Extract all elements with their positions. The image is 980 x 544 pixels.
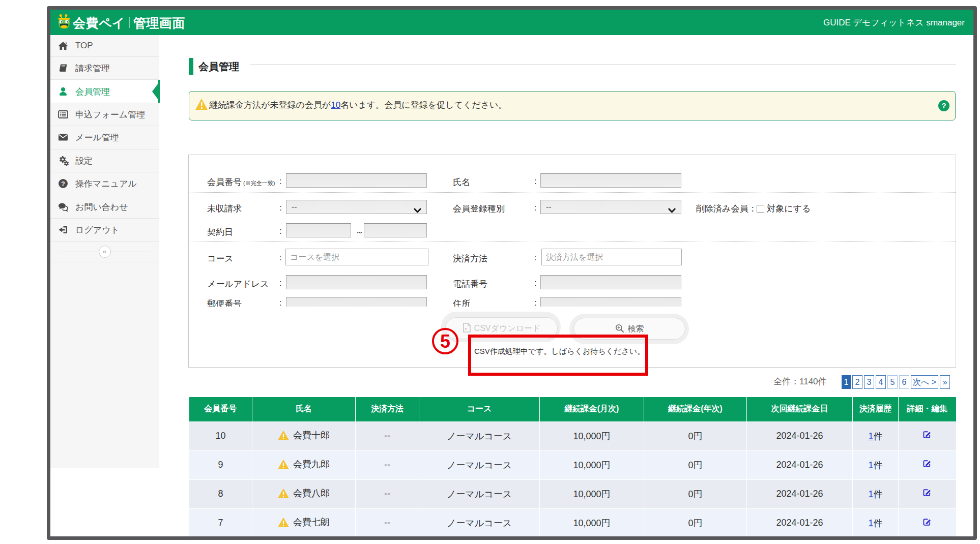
- svg-text:?: ?: [61, 180, 65, 188]
- svg-text:x: x: [465, 326, 467, 331]
